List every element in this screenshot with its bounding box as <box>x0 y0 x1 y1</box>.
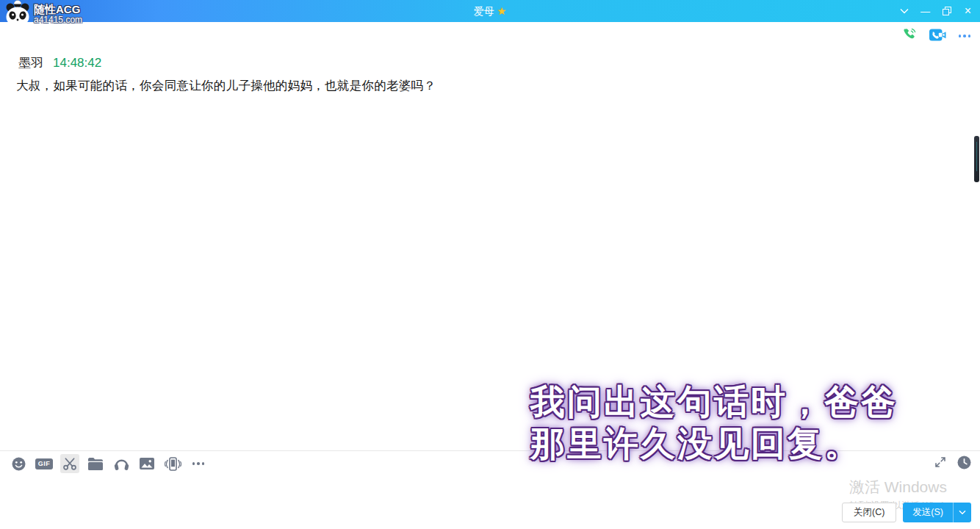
send-button-group: 发送(S) <box>903 503 971 522</box>
site-logo: 随性ACG a41415.com <box>3 0 82 32</box>
scrollbar-thumb[interactable] <box>974 136 979 182</box>
more-options-icon[interactable] <box>959 35 971 37</box>
screenshot-scissors-icon[interactable] <box>60 454 79 473</box>
emoji-icon[interactable] <box>9 454 28 473</box>
logo-title: 随性ACG <box>34 4 82 15</box>
video-call-icon[interactable] <box>929 28 946 45</box>
message-history-icon[interactable] <box>957 456 971 472</box>
voice-call-icon[interactable] <box>902 27 917 45</box>
panda-logo-icon <box>3 0 32 32</box>
message-timestamp: 14:48:42 <box>53 56 101 71</box>
footer-buttons: 关闭(C) 发送(S) <box>842 503 971 522</box>
window-controls: — × <box>893 0 979 22</box>
subtitle-overlay: 我问出这句话时，爸爸 那里许久没见回复。 <box>530 381 898 464</box>
window-shake-icon[interactable] <box>163 454 182 473</box>
message-input-area[interactable]: 激活 Windows 转到"设置"以激活 Windows。 关闭(C) 发送(S… <box>0 476 980 529</box>
logo-subtitle: a41415.com <box>34 15 82 25</box>
vip-star-icon: ★ <box>497 5 507 17</box>
chevron-down-icon[interactable] <box>893 0 915 22</box>
subtitle-line1: 我问出这句话时，爸爸 <box>530 381 898 422</box>
file-folder-icon[interactable] <box>86 454 105 473</box>
chat-area: 墨羽 14:48:42 大叔，如果可能的话，你会同意让你的儿子操他的妈妈，也就是… <box>0 48 980 450</box>
message-header: 墨羽 14:48:42 <box>18 54 980 71</box>
subtitle-line2: 那里许久没见回复。 <box>530 422 898 464</box>
chat-window: 随性ACG a41415.com 爱母★ — × <box>0 0 980 529</box>
minimize-button[interactable]: — <box>915 0 936 22</box>
gif-icon[interactable]: GIF <box>35 454 54 473</box>
send-button[interactable]: 发送(S) <box>903 503 953 522</box>
more-tools-icon[interactable] <box>189 454 208 473</box>
chat-title: 爱母★ <box>0 0 980 22</box>
image-icon[interactable] <box>137 454 156 473</box>
chat-title-text: 爱母 <box>474 5 494 17</box>
sender-name: 墨羽 <box>18 54 43 71</box>
audio-headphones-icon[interactable] <box>112 454 131 473</box>
callbar <box>0 22 980 48</box>
close-button[interactable]: × <box>957 0 979 22</box>
watermark-title: 激活 Windows <box>849 477 969 497</box>
message-block: 墨羽 14:48:42 大叔，如果可能的话，你会同意让你的儿子操他的妈妈，也就是… <box>0 48 980 94</box>
close-chat-button[interactable]: 关闭(C) <box>842 503 896 522</box>
expand-input-icon[interactable] <box>934 456 946 471</box>
titlebar: 随性ACG a41415.com 爱母★ — × <box>0 0 980 22</box>
logo-texts: 随性ACG a41415.com <box>34 4 82 25</box>
send-options-chevron-icon[interactable] <box>953 503 971 522</box>
restore-button[interactable] <box>936 0 957 22</box>
message-text: 大叔，如果可能的话，你会同意让你的儿子操他的妈妈，也就是你的老婆吗？ <box>16 78 980 94</box>
